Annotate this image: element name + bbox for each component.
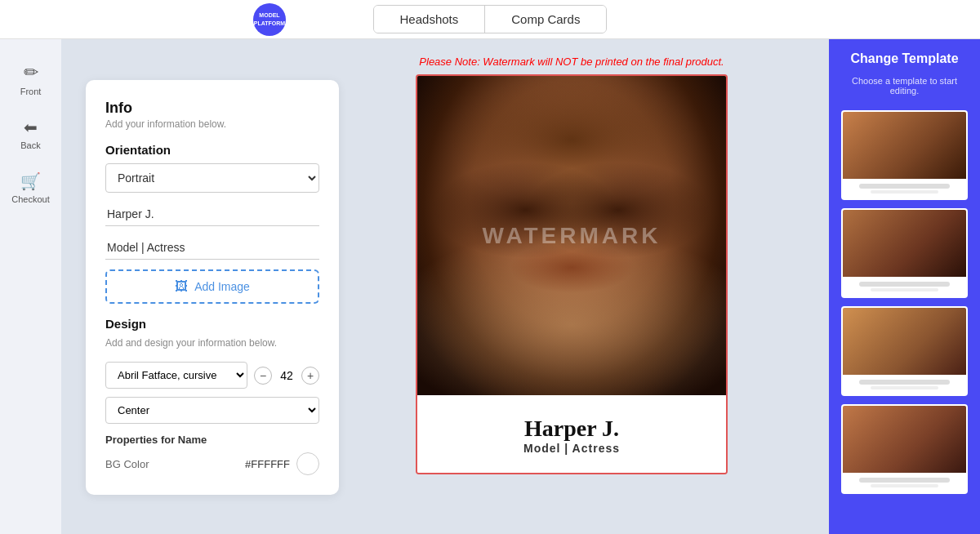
header: MODEL PLATFORM Headshots Comp Cards (0, 0, 980, 39)
checkout-icon: 🛒 (20, 171, 41, 191)
color-swatch[interactable] (296, 452, 319, 475)
alignment-select[interactable]: Center Left Right (105, 397, 319, 424)
thumb-image-3 (843, 308, 966, 375)
tab-headshots[interactable]: Headshots (374, 6, 486, 33)
role-input[interactable] (105, 236, 319, 260)
design-section: Design Add and design your information b… (105, 317, 319, 475)
name-input[interactable] (105, 202, 319, 226)
thumb-label-1 (843, 179, 966, 198)
bg-color-row: BG Color #FFFFFF (105, 452, 319, 475)
thumb-image-1 (843, 112, 966, 179)
template-thumb-4[interactable] (841, 404, 968, 494)
logo: MODEL PLATFORM (253, 3, 286, 36)
card-name: Harper J. (524, 415, 619, 443)
watermark-note: Please Note: Watermark will NOT be print… (419, 56, 724, 68)
card-info: Harper J. Model | Actress (417, 395, 726, 473)
orientation-select[interactable]: Portrait Landscape (105, 163, 319, 193)
tab-comp-cards[interactable]: Comp Cards (485, 6, 606, 33)
font-row: Abril Fatface, cursive Arial Georgia − 4… (105, 362, 319, 389)
template-thumb-2[interactable] (841, 208, 968, 298)
info-subtitle: Add your information below. (105, 118, 319, 130)
template-thumb-1[interactable] (841, 110, 968, 200)
increase-size-button[interactable]: + (301, 367, 319, 385)
tabs-container: Headshots Comp Cards (373, 5, 608, 33)
add-image-label: Add Image (194, 280, 250, 293)
size-control: − 42 + (254, 367, 319, 385)
thumb-name-line-2 (859, 282, 950, 287)
thumb-image-4 (843, 406, 966, 473)
font-select[interactable]: Abril Fatface, cursive Arial Georgia (105, 362, 247, 389)
thumb-name-line-4 (859, 478, 950, 483)
sidebar-item-front[interactable]: ✏ Front (7, 56, 56, 103)
add-image-button[interactable]: 🖼 Add Image (105, 269, 319, 304)
thumb-label-4 (843, 473, 966, 492)
properties-label: Properties for Name (105, 434, 319, 446)
thumb-role-line-4 (871, 484, 938, 487)
change-template-title: Change Template (850, 51, 958, 66)
back-label: Back (20, 140, 40, 150)
thumb-name-line-3 (859, 380, 950, 385)
card-preview: WATERMARK Harper J. Model | Actress (416, 74, 728, 474)
thumb-label-3 (843, 375, 966, 394)
card-face (417, 76, 726, 395)
info-panel: Info Add your information below. Orienta… (86, 80, 339, 495)
bg-color-label: BG Color (105, 458, 149, 470)
thumb-label-2 (843, 277, 966, 296)
sidebar-item-checkout[interactable]: 🛒 Checkout (7, 165, 56, 211)
checkout-label: Checkout (11, 194, 49, 204)
design-subtitle: Add and design your information below. (105, 337, 319, 349)
orientation-label: Orientation (105, 143, 319, 157)
add-image-icon: 🖼 (175, 279, 188, 294)
front-icon: ✏ (24, 62, 38, 83)
design-title: Design (105, 317, 319, 331)
template-thumb-3[interactable] (841, 306, 968, 396)
thumb-role-line-3 (871, 386, 938, 389)
left-sidebar: ✏ Front ⬅ Back 🛒 Checkout (0, 39, 61, 534)
thumb-role-line-1 (871, 190, 938, 194)
card-role: Model | Actress (523, 442, 620, 455)
sidebar-item-back[interactable]: ⬅ Back (7, 111, 56, 157)
decrease-size-button[interactable]: − (254, 367, 272, 385)
main-body: ✏ Front ⬅ Back 🛒 Checkout Info Add your … (0, 39, 980, 534)
font-size-value: 42 (277, 369, 296, 382)
back-icon: ⬅ (24, 118, 38, 137)
thumb-image-2 (843, 210, 966, 277)
right-sidebar: Change Template Choose a template to sta… (829, 39, 980, 534)
thumb-role-line-2 (871, 288, 938, 291)
face-overlay (417, 76, 726, 395)
thumb-name-line-1 (859, 184, 950, 189)
color-preview: #FFFFFF (245, 452, 319, 475)
front-label: Front (20, 87, 42, 96)
info-title: Info (105, 100, 319, 117)
content-area: Info Add your information below. Orienta… (61, 39, 829, 534)
change-template-subtitle: Choose a template to start editing. (837, 76, 972, 96)
preview-area: Please Note: Watermark will NOT be print… (339, 56, 804, 474)
card-image: WATERMARK (417, 76, 726, 395)
color-hex-value: #FFFFFF (245, 458, 290, 470)
